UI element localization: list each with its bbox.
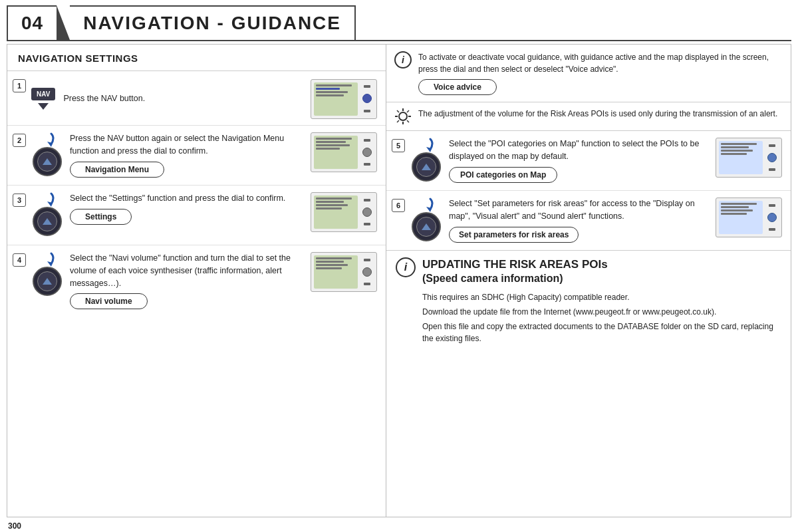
step-5-btn: POI categories on Map — [449, 167, 557, 183]
dial-body — [33, 147, 62, 176]
page-wrapper: 04 NAVIGATION - GUIDANCE NAVIGATION SETT… — [0, 0, 798, 532]
step-6-btn: Set parameters for risk areas — [449, 227, 579, 243]
dial-icon-4 — [31, 252, 63, 296]
step-5-number: 5 — [392, 139, 405, 152]
nav-arrow-down — [38, 103, 49, 110]
header-chapter-box: 04 — [7, 5, 57, 40]
step-4-number: 4 — [13, 253, 26, 267]
alert-info: The adjustment of the volume for the Ris… — [386, 102, 791, 131]
step-6-row: 6 Select "Set par — [386, 191, 791, 251]
dial-icon-5 — [410, 138, 442, 182]
svg-line-11 — [397, 120, 399, 122]
alert-text: The adjustment of the volume for the Ris… — [418, 108, 783, 120]
voice-advice-btn: Voice advice — [418, 79, 497, 95]
step-6-device — [716, 198, 785, 237]
dial-icon-2 — [31, 132, 63, 176]
step-2-device — [311, 132, 380, 172]
dial-inner — [37, 152, 57, 172]
header-title-box: NAVIGATION - GUIDANCE — [70, 5, 356, 40]
step-2-row: 2 Pres — [7, 126, 386, 186]
step-5-text-block: Select the "POI categories on Map" funct… — [449, 138, 716, 183]
step-5-text: Select the "POI categories on Map" funct… — [449, 138, 716, 163]
step-2-text-block: Press the NAV button again or select the… — [70, 132, 311, 178]
page-num-text: 300 — [8, 521, 21, 531]
step-6-number: 6 — [392, 199, 405, 212]
arrow-icon-3 — [38, 192, 57, 207]
step-5-row: 5 Select the "POI — [386, 131, 791, 191]
step-4-btn: Navi volume — [70, 293, 148, 309]
step-4-device — [311, 252, 380, 292]
header-chapter: 04 — [21, 13, 43, 34]
step-3-text-block: Select the "Settings" function and press… — [70, 192, 311, 225]
step-6-text: Select "Set parameters for risk areas" f… — [449, 198, 716, 223]
arrow-icon — [38, 132, 57, 147]
step-2-btn: Navigation Menu — [70, 162, 164, 178]
section-header: NAVIGATION SETTINGS — [7, 45, 386, 71]
updating-p1: This requires an SDHC (High Capacity) co… — [422, 291, 781, 303]
header-divider-arrow — [57, 5, 70, 40]
step-4-text-block: Select the "Navi volume" function and tu… — [70, 252, 311, 309]
device-mockup-2 — [311, 132, 377, 172]
dial-icon-3 — [31, 192, 63, 236]
dial-up-arrow — [43, 158, 52, 165]
updating-section: i UPDATING THE RISK AREAS POIs (Speed ca… — [386, 251, 791, 517]
arrow-icon-4 — [38, 252, 57, 267]
step-3-row: 3 Select the "Set — [7, 186, 386, 245]
updating-content: UPDATING THE RISK AREAS POIs (Speed came… — [422, 257, 781, 344]
step-3-device — [311, 192, 380, 232]
info-i-icon: i — [394, 51, 412, 68]
step-1-number: 1 — [13, 79, 26, 92]
voice-advice-text: To activate or deactivate vocal guidance… — [418, 51, 783, 75]
gear-sun-icon — [394, 108, 412, 125]
svg-line-8 — [397, 110, 399, 112]
device-mockup-1 — [311, 79, 377, 119]
svg-point-3 — [399, 112, 407, 120]
step-4-content: Select the "Navi volume" function and tu… — [31, 252, 311, 309]
step-1-device — [311, 79, 380, 119]
updating-paragraphs: This requires an SDHC (High Capacity) co… — [422, 291, 781, 344]
step-3-content: Select the "Settings" function and press… — [31, 192, 311, 236]
updating-p3: Open this file and copy the extracted do… — [422, 321, 781, 344]
dial-icon-6 — [410, 198, 442, 241]
svg-line-10 — [407, 110, 409, 112]
left-column: NAVIGATION SETTINGS 1 NAV Press the NAV … — [7, 45, 386, 517]
step-6-content: Select "Set parameters for risk areas" f… — [410, 198, 716, 243]
step-4-text: Select the "Navi volume" function and tu… — [70, 252, 311, 289]
nav-btn: NAV — [31, 88, 55, 100]
step-1-row: 1 NAV Press the NAV button. — [7, 71, 386, 126]
section-title: NAVIGATION SETTINGS — [18, 53, 138, 64]
step-2-content: Press the NAV button again or select the… — [31, 132, 311, 178]
updating-title-line1: UPDATING THE RISK AREAS POIs — [422, 257, 781, 272]
step-2-text: Press the NAV button again or select the… — [70, 132, 311, 158]
step-2-number: 2 — [13, 134, 26, 147]
updating-title-line2: (Speed camera information) — [422, 272, 781, 286]
header-title: NAVIGATION - GUIDANCE — [83, 13, 341, 34]
voice-advice-info: i To activate or deactivate vocal guidan… — [386, 45, 791, 102]
arrow-icon-5 — [417, 138, 436, 152]
step-1-text: Press the NAV button. — [63, 92, 311, 105]
updating-title: UPDATING THE RISK AREAS POIs (Speed came… — [422, 257, 781, 286]
right-column: i To activate or deactivate vocal guidan… — [386, 45, 791, 517]
nav-button-icon: NAV — [31, 88, 55, 110]
updating-p2: Download the update file from the Intern… — [422, 306, 781, 318]
page-number: 300 — [0, 520, 798, 532]
step-5-content: Select the "POI categories on Map" funct… — [410, 138, 716, 183]
step-3-text: Select the "Settings" function and press… — [70, 192, 311, 205]
step-4-row: 4 Select the "Nav — [7, 245, 386, 315]
step-1-content: NAV Press the NAV button. — [31, 88, 311, 110]
arrow-icon-6 — [417, 198, 436, 212]
step-5-device — [716, 138, 785, 178]
sun-icon-svg — [394, 108, 412, 125]
page-header: 04 NAVIGATION - GUIDANCE — [7, 5, 791, 41]
updating-i-icon: i — [396, 257, 416, 277]
step-6-text-block: Select "Set parameters for risk areas" f… — [449, 198, 716, 243]
voice-advice-content: To activate or deactivate vocal guidance… — [418, 51, 783, 95]
main-body: NAVIGATION SETTINGS 1 NAV Press the NAV … — [7, 44, 791, 517]
svg-line-9 — [407, 120, 409, 122]
step-3-btn: Settings — [70, 209, 132, 225]
step-3-number: 3 — [13, 194, 26, 207]
